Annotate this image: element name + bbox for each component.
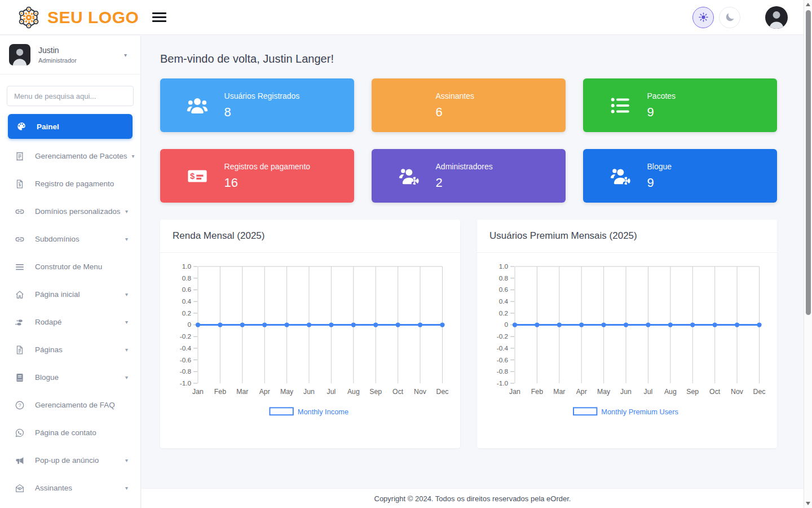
avatar-photo bbox=[765, 6, 788, 29]
svg-text:$: $ bbox=[19, 183, 21, 187]
chart-canvas: 1.00.80.60.40.20-0.2-0.4-0.6-0.8-1.0JanF… bbox=[160, 257, 460, 433]
svg-text:Apr: Apr bbox=[576, 388, 587, 396]
stat-card-value: 8 bbox=[224, 105, 300, 120]
sidebar-item-label: Registro de pagamento bbox=[35, 179, 121, 188]
svg-text:0.6: 0.6 bbox=[499, 286, 509, 294]
sidebar-item-label: Páginas bbox=[35, 345, 121, 354]
stat-card-label: Registros de pagamento bbox=[224, 162, 311, 171]
svg-text:0.8: 0.8 bbox=[499, 274, 509, 282]
stat-card-administradores: Administradores 2 bbox=[372, 149, 566, 203]
sidebar-item-label: Assinantes bbox=[35, 484, 121, 492]
palette-icon bbox=[16, 121, 27, 132]
svg-text:Dec: Dec bbox=[753, 388, 766, 396]
stat-card-value: 16 bbox=[224, 176, 311, 190]
sidebar-user-name: Justin bbox=[38, 46, 77, 55]
sidebar-item-painel[interactable]: Painel ▾ bbox=[8, 114, 133, 139]
hamburger-menu-icon[interactable] bbox=[150, 7, 169, 27]
menu-search-input[interactable] bbox=[7, 86, 134, 106]
sidebar-item-registro-de-pagamento[interactable]: $ Registro de pagamento ▾ bbox=[0, 170, 140, 198]
sidebar-user[interactable]: Justin Administrador ▾ bbox=[0, 36, 140, 75]
light-mode-button[interactable] bbox=[692, 7, 714, 28]
money-check-icon: $ bbox=[186, 164, 209, 188]
avatar-photo bbox=[9, 44, 30, 65]
charts-grid: Renda Mensal (2025) 1.00.80.60.40.20-0.2… bbox=[160, 220, 777, 448]
sidebar-item-gerenciamento-de-pacotes[interactable]: Gerenciamento de Pacotes ▾ bbox=[0, 142, 140, 170]
sidebar-item-paginas[interactable]: Páginas ▾ bbox=[0, 336, 140, 364]
svg-text:0: 0 bbox=[188, 321, 192, 329]
scrollbar-thumb[interactable] bbox=[806, 10, 811, 315]
chevron-down-icon: ▾ bbox=[125, 236, 128, 242]
scroll-up-arrow-icon[interactable] bbox=[806, 3, 810, 6]
link-icon bbox=[14, 234, 25, 245]
stat-card-usuarios-registrados: Usuários Registrados 8 bbox=[160, 78, 354, 132]
svg-text:Jan: Jan bbox=[509, 388, 520, 396]
sidebar-item-label: Blogue bbox=[35, 373, 121, 382]
main-content: Bem-vindo de volta, Justin Langer! Usuár… bbox=[142, 36, 804, 508]
svg-text:Mar: Mar bbox=[553, 388, 565, 396]
svg-text:-1.0: -1.0 bbox=[497, 379, 509, 387]
page-scrollbar[interactable] bbox=[804, 0, 812, 508]
page-title: Bem-vindo de volta, Justin Langer! bbox=[160, 52, 777, 65]
sidebar-item-pop-up-de-anuncio[interactable]: Pop-up de anúncio ▾ bbox=[0, 446, 140, 474]
sidebar-item-construtor-de-menu[interactable]: Construtor de Menu ▾ bbox=[0, 253, 140, 281]
scroll-down-arrow-icon[interactable] bbox=[806, 502, 810, 505]
svg-text:0.2: 0.2 bbox=[499, 309, 508, 317]
stat-card-value: 9 bbox=[647, 176, 672, 190]
svg-text:Aug: Aug bbox=[347, 388, 360, 396]
stat-card-value: 6 bbox=[436, 105, 474, 120]
stat-card-label: Blogue bbox=[647, 162, 672, 171]
stat-card-registros-de-pagamento: $ Registros de pagamento 16 bbox=[160, 149, 354, 203]
sidebar-item-rodape[interactable]: Rodapé ▾ bbox=[0, 308, 140, 336]
svg-text:Dec: Dec bbox=[436, 388, 449, 396]
chevron-down-icon: ▾ bbox=[125, 485, 128, 491]
sidebar-item-dominios-personalizados[interactable]: Domínios personalizados ▾ bbox=[0, 198, 140, 225]
svg-text:?: ? bbox=[18, 402, 21, 408]
svg-text:-1.0: -1.0 bbox=[180, 379, 192, 387]
sidebar-item-subdominios[interactable]: Subdomínios ▾ bbox=[0, 225, 140, 253]
svg-text:Nov: Nov bbox=[414, 388, 427, 396]
svg-text:-0.4: -0.4 bbox=[497, 344, 509, 352]
sidebar-item-label: Página de contato bbox=[35, 428, 121, 437]
svg-text:Feb: Feb bbox=[531, 388, 543, 396]
svg-text:Nov: Nov bbox=[731, 388, 744, 396]
footprints-icon bbox=[14, 317, 25, 328]
svg-text:Oct: Oct bbox=[392, 388, 404, 396]
svg-text:Jun: Jun bbox=[620, 388, 632, 396]
svg-text:1.0: 1.0 bbox=[182, 262, 192, 270]
envelope-open-icon bbox=[14, 483, 25, 494]
svg-text:0.6: 0.6 bbox=[182, 286, 192, 294]
dark-mode-button[interactable] bbox=[719, 7, 740, 28]
chevron-down-icon: ▾ bbox=[125, 208, 128, 214]
sidebar-item-blogue[interactable]: Blogue ▾ bbox=[0, 364, 140, 391]
chart-canvas: 1.00.80.60.40.20-0.2-0.4-0.6-0.8-1.0JanF… bbox=[477, 257, 777, 433]
svg-text:May: May bbox=[280, 388, 294, 396]
user-avatar[interactable] bbox=[765, 6, 788, 29]
moon-icon bbox=[725, 12, 735, 23]
stat-card-label: Pacotes bbox=[647, 91, 676, 100]
svg-text:Jun: Jun bbox=[303, 388, 315, 396]
svg-text:Sep: Sep bbox=[369, 388, 382, 396]
stat-cards-grid: Usuários Registrados 8 Assinantes 6 Paco… bbox=[160, 78, 777, 203]
app-logo[interactable]: SEU LOGO bbox=[16, 5, 169, 30]
svg-text:0.4: 0.4 bbox=[182, 297, 192, 305]
sidebar-item-label: Painel bbox=[37, 122, 117, 131]
stat-card-assinantes: Assinantes 6 bbox=[372, 78, 566, 132]
sidebar-item-assinantes[interactable]: Assinantes ▾ bbox=[0, 474, 140, 502]
user-dropdown-caret-icon[interactable]: ▾ bbox=[124, 52, 127, 58]
svg-text:0.4: 0.4 bbox=[499, 297, 509, 305]
page-footer: Copyright © 2024. Todos os direitos rese… bbox=[142, 488, 804, 508]
list-icon bbox=[608, 94, 632, 117]
bullhorn-icon bbox=[14, 455, 25, 466]
chart-card-renda-mensal-2025: Renda Mensal (2025) 1.00.80.60.40.20-0.2… bbox=[160, 220, 460, 448]
svg-text:Jul: Jul bbox=[327, 388, 336, 396]
whatsapp-icon bbox=[14, 427, 25, 439]
svg-text:-0.2: -0.2 bbox=[497, 332, 508, 340]
sidebar-item-pagina-inicial[interactable]: Página inicial ▾ bbox=[0, 281, 140, 308]
sidebar-item-label: Gerenciamento de FAQ bbox=[35, 401, 121, 409]
top-header: SEU LOGO bbox=[0, 0, 804, 35]
stat-card-label: Assinantes bbox=[436, 91, 474, 100]
sidebar: Justin Administrador ▾ Painel ▾ Gerencia… bbox=[0, 36, 141, 508]
sidebar-item-gerenciamento-de-faq[interactable]: ? Gerenciamento de FAQ ▾ bbox=[0, 391, 140, 419]
sidebar-item-label: Página inicial bbox=[35, 290, 121, 299]
sidebar-item-pagina-de-contato[interactable]: Página de contato ▾ bbox=[0, 419, 140, 446]
